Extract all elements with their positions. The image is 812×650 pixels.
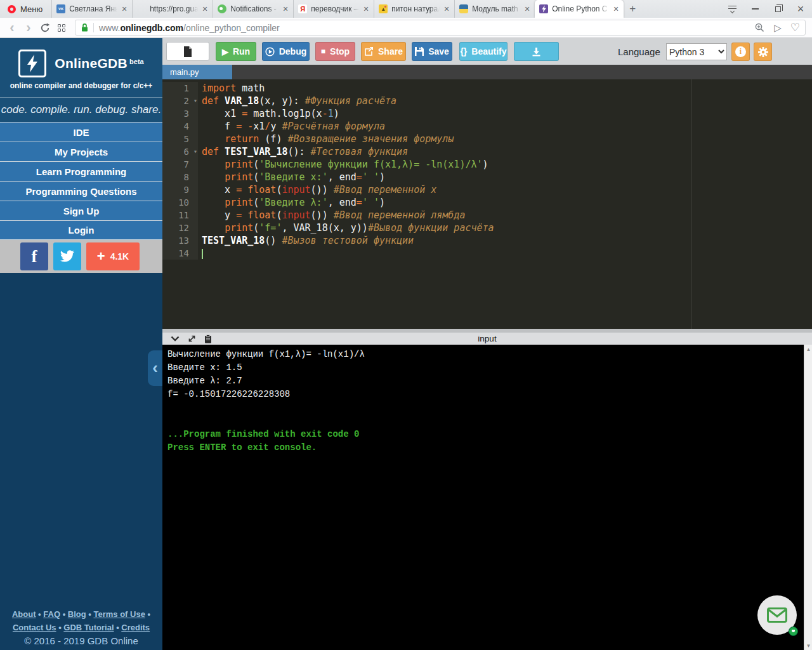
code-text: def TEST_VAR_18(): #Тестовая функция	[198, 145, 408, 158]
url-field[interactable]: www.onlinegdb.com/online_python_compiler…	[75, 20, 806, 36]
lock-icon	[81, 23, 89, 32]
code-editor[interactable]: 1import math2▾def VAR_18(x, y): #Функция…	[162, 79, 812, 329]
opera-menu-button[interactable]: Меню	[0, 0, 51, 18]
language-select[interactable]: Python 3	[666, 43, 727, 60]
footer-link-blog[interactable]: Blog	[68, 609, 86, 619]
code-line: 10 print('Введите λ:', end=' ')	[162, 196, 812, 209]
sidebar-item-ide[interactable]: IDE	[0, 122, 162, 142]
back-button[interactable]: ‹	[4, 20, 20, 36]
scroll-down-icon[interactable]: ▼	[804, 641, 812, 650]
footer-link-contact-us[interactable]: Contact Us	[13, 623, 56, 632]
tab-close-icon[interactable]: ×	[443, 4, 450, 13]
download-button[interactable]	[514, 42, 559, 61]
tab-close-icon[interactable]: ×	[202, 4, 208, 13]
text-cursor	[202, 249, 203, 259]
browser-tab[interactable]: Япереводчик —×	[293, 0, 374, 18]
tab-close-icon[interactable]: ×	[613, 4, 619, 13]
footer-link-about[interactable]: About	[12, 609, 36, 619]
line-number: 5	[162, 133, 198, 145]
brand-block: OnlineGDBbeta online compiler and debugg…	[0, 38, 162, 122]
debug-icon	[265, 47, 275, 56]
blank-favicon	[137, 4, 146, 13]
tab-close-icon[interactable]: ×	[524, 4, 530, 13]
browser-tabstrip: Меню VKСветлана Яныш×https://pro.guap×No…	[0, 0, 812, 18]
tab-close-icon[interactable]: ×	[282, 4, 289, 13]
speed-dial-button[interactable]	[53, 20, 70, 36]
bullet: •	[86, 609, 94, 619]
line-number: 13	[162, 234, 198, 247]
bookmark-heart-icon[interactable]: ♡	[790, 22, 800, 33]
browser-tabs: VKСветлана Яныш×https://pro.guap×Notific…	[51, 0, 624, 18]
facebook-button[interactable]: f	[20, 242, 48, 270]
code-text: TEST_VAR_18() #Вызов тестовой функции	[198, 234, 414, 247]
fold-marker-icon[interactable]: ▾	[193, 95, 197, 107]
stop-icon: ■	[321, 48, 325, 55]
debug-label: Debug	[279, 46, 307, 56]
reload-icon	[40, 23, 50, 33]
fold-marker-icon[interactable]: ▾	[193, 145, 197, 158]
console-output[interactable]: Вычисление функции f(x1,λ)= -ln(x1)/λВве…	[162, 345, 812, 650]
chat-button[interactable]	[757, 595, 797, 635]
console-scrollbar[interactable]: ▲ ▼	[804, 345, 812, 650]
info-button[interactable]: i	[731, 43, 750, 61]
tab-close-icon[interactable]: ×	[363, 4, 369, 13]
tab-search-button[interactable]	[721, 0, 743, 18]
twitter-button[interactable]	[53, 242, 81, 270]
line-number: 11	[162, 209, 198, 222]
minimize-button[interactable]	[743, 0, 766, 18]
zoom-icon[interactable]	[754, 22, 765, 33]
new-tab-button[interactable]: +	[624, 0, 641, 18]
ide-toolbar: ▶Run Debug ■Stop Share Save {}	[162, 38, 812, 65]
chevron-left-icon: ‹	[152, 359, 158, 376]
speed-dial-icon	[58, 24, 65, 32]
flow-icon[interactable]: ▷	[774, 23, 782, 32]
footer-link-faq[interactable]: FAQ	[43, 609, 60, 619]
forward-icon: ›	[26, 21, 30, 35]
code-text: f = -x1/y #Расчётная формула	[198, 120, 385, 133]
forward-button[interactable]: ›	[20, 20, 37, 36]
new-file-button[interactable]	[166, 42, 209, 61]
editor-tab-mainpy[interactable]: main.py	[162, 65, 232, 79]
restore-button[interactable]	[766, 0, 789, 18]
beta-badge: beta	[129, 58, 144, 65]
beautify-button[interactable]: {}Beautify	[459, 42, 508, 61]
footer-link-gdb-tutorial[interactable]: GDB Tutorial	[63, 623, 114, 632]
browser-tab[interactable]: Модуль math | ×	[454, 0, 535, 18]
code-line: 9 x = float(input()) #Ввод переменной x	[162, 183, 812, 196]
browser-tab[interactable]: Notifications - S×	[213, 0, 293, 18]
plus-icon: +	[97, 249, 105, 263]
run-button[interactable]: ▶Run	[216, 42, 256, 61]
save-button[interactable]: Save	[412, 42, 452, 61]
sidebar-item-sign-up[interactable]: Sign Up	[0, 201, 162, 220]
main-area: ▶Run Debug ■Stop Share Save {}	[162, 38, 812, 650]
share-button[interactable]: Share	[361, 42, 406, 61]
restore-icon	[775, 6, 781, 12]
footer-link-terms-of-use[interactable]: Terms of Use	[93, 609, 145, 619]
sidebar-item-programming-questions[interactable]: Programming Questions	[0, 181, 162, 201]
tab-search-icon	[728, 6, 737, 13]
reload-button[interactable]	[37, 20, 53, 36]
close-button[interactable]: ×	[789, 0, 812, 18]
code-text: return (f) #Возвращение значения формулы	[198, 133, 454, 145]
stop-button[interactable]: ■Stop	[315, 42, 355, 61]
sidebar-item-learn-programming[interactable]: Learn Programming	[0, 161, 162, 181]
url-separator	[93, 23, 94, 32]
window-controls: ×	[721, 0, 812, 18]
close-icon: ×	[797, 3, 804, 15]
editor-lines: 1import math2▾def VAR_18(x, y): #Функция…	[162, 82, 812, 260]
scroll-up-icon[interactable]: ▲	[804, 345, 812, 354]
sidebar-item-my-projects[interactable]: My Projects	[0, 142, 162, 161]
browser-tab[interactable]: https://pro.guap×	[132, 0, 213, 18]
debug-button[interactable]: Debug	[262, 42, 310, 61]
browser-tab[interactable]: ▲питон натураль×	[374, 0, 454, 18]
browser-tab[interactable]: VKСветлана Яныш×	[51, 0, 132, 18]
share-counter-button[interactable]: + 4.1K	[86, 242, 140, 270]
browser-tab[interactable]: Online Python C×	[535, 0, 624, 18]
code-text: x1 = math.log1p(x-1)	[198, 107, 339, 120]
settings-button[interactable]	[754, 43, 772, 61]
image-favicon: ▲	[379, 4, 388, 13]
sidebar-item-login[interactable]: Login	[0, 220, 162, 240]
tab-close-icon[interactable]: ×	[121, 4, 128, 13]
footer-link-credits[interactable]: Credits	[121, 623, 150, 632]
sidebar-collapse-handle[interactable]: ‹	[148, 350, 162, 386]
